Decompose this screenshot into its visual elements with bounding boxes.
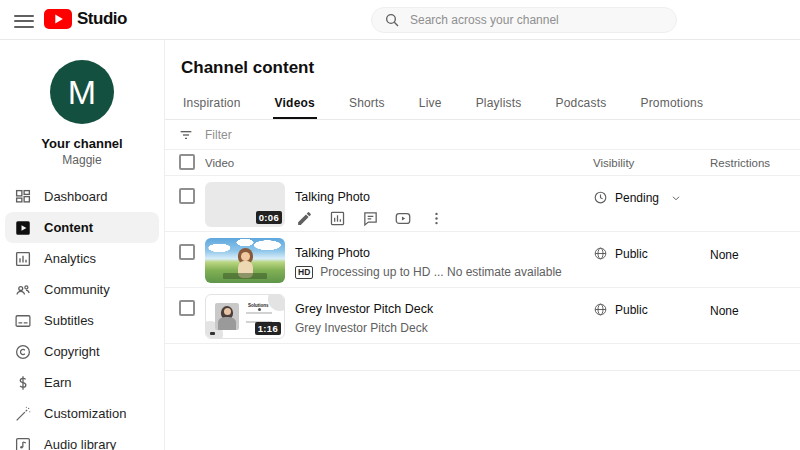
filter-icon[interactable] <box>178 127 194 143</box>
search-icon <box>384 12 400 28</box>
filter-bar <box>165 120 800 150</box>
thumbnail-art <box>241 252 250 261</box>
row-checkbox[interactable] <box>179 244 195 260</box>
sidebar-item-analytics[interactable]: Analytics <box>5 243 159 274</box>
table-row: Solutions 1:16 Grey Investor Pitch Deck … <box>165 288 800 344</box>
studio-logo[interactable]: Studio <box>44 9 127 29</box>
tab-podcasts[interactable]: Podcasts <box>553 92 608 119</box>
audio-library-icon <box>14 436 32 450</box>
visibility-cell[interactable]: Pending <box>593 190 682 205</box>
sidebar-item-content[interactable]: Content <box>5 212 159 243</box>
channel-block: M Your channel Maggie <box>0 40 164 181</box>
earn-icon <box>14 374 32 392</box>
tab-inspiration[interactable]: Inspiration <box>181 92 243 119</box>
tab-shorts[interactable]: Shorts <box>347 92 387 119</box>
copyright-icon <box>14 343 32 361</box>
tab-live[interactable]: Live <box>417 92 444 119</box>
hd-badge: HD <box>295 266 313 279</box>
table-row: 0:06 Talking Photo <box>165 176 800 232</box>
sidebar-item-label: Copyright <box>44 344 100 359</box>
chevron-down-icon[interactable] <box>670 192 682 204</box>
duration-badge: 1:16 <box>255 322 281 335</box>
content-tabs: Inspiration Videos Shorts Live Playlists… <box>165 92 800 120</box>
edit-pencil-icon[interactable] <box>295 209 313 227</box>
row-checkbox[interactable] <box>179 300 195 316</box>
sidebar-item-label: Audio library <box>44 437 116 450</box>
column-header-visibility[interactable]: Visibility <box>593 157 634 169</box>
visibility-cell[interactable]: Public <box>593 246 648 261</box>
sidebar-item-label: Content <box>44 220 93 235</box>
restrictions-cell: None <box>710 248 739 262</box>
table-header: Video Visibility Restrictions <box>165 150 800 176</box>
table-footer-strip <box>165 344 800 371</box>
visibility-cell[interactable]: Public <box>593 302 648 317</box>
column-header-restrictions[interactable]: Restrictions <box>710 157 770 169</box>
video-thumbnail[interactable]: 0:06 <box>205 182 285 227</box>
analytics-icon[interactable] <box>328 209 346 227</box>
processing-note: Processing up to HD ... No estimate avai… <box>320 265 561 279</box>
row-hover-actions <box>295 209 445 227</box>
visibility-value: Public <box>615 303 648 317</box>
sidebar-item-label: Dashboard <box>44 189 108 204</box>
analytics-icon <box>14 250 32 268</box>
tab-playlists[interactable]: Playlists <box>474 92 524 119</box>
video-thumbnail[interactable] <box>205 238 285 283</box>
video-title[interactable]: Talking Photo <box>295 246 370 260</box>
sidebar-item-community[interactable]: Community <box>5 274 159 305</box>
video-description: Grey Investor Pitch Deck <box>295 321 428 335</box>
community-icon <box>14 281 32 299</box>
sidebar-item-dashboard[interactable]: Dashboard <box>5 181 159 212</box>
comments-icon[interactable] <box>361 209 379 227</box>
page-title: Channel content <box>165 40 800 78</box>
hamburger-menu-icon[interactable] <box>14 11 34 29</box>
select-all-checkbox[interactable] <box>179 154 195 170</box>
filter-input[interactable] <box>205 124 505 146</box>
globe-icon <box>593 302 608 317</box>
video-thumbnail[interactable]: Solutions 1:16 <box>205 294 285 339</box>
clock-icon <box>593 190 608 205</box>
channel-search-bar[interactable] <box>371 7 677 33</box>
brand-text: Studio <box>77 9 127 29</box>
tab-promotions[interactable]: Promotions <box>638 92 705 119</box>
customization-icon <box>14 405 32 423</box>
sidebar-item-customization[interactable]: Customization <box>5 398 159 429</box>
channel-avatar[interactable]: M <box>50 60 114 124</box>
restrictions-cell: None <box>710 304 739 318</box>
duration-badge: 0:06 <box>256 211 282 224</box>
thumbnail-portrait <box>215 303 239 330</box>
youtube-studio-page: Studio M Your channel Maggie <box>0 0 800 450</box>
sidebar-item-label: Analytics <box>44 251 96 266</box>
channel-title: Your channel <box>0 136 164 152</box>
video-title[interactable]: Grey Investor Pitch Deck <box>295 302 433 316</box>
thumbnail-caption <box>223 273 267 279</box>
table-row: Talking Photo HD Processing up to HD ...… <box>165 232 800 288</box>
sidebar-item-label: Subtitles <box>44 313 94 328</box>
sidebar-item-copyright[interactable]: Copyright <box>5 336 159 367</box>
sidebar-item-label: Community <box>44 282 110 297</box>
search-input[interactable] <box>410 13 664 27</box>
sidebar-menu: Dashboard Content Analytics <box>0 181 164 450</box>
watch-on-youtube-icon[interactable] <box>394 209 412 227</box>
sidebar-item-audio-library[interactable]: Audio library <box>5 429 159 450</box>
kebab-menu-icon[interactable] <box>427 209 445 227</box>
globe-icon <box>593 246 608 261</box>
dashboard-icon <box>14 188 32 206</box>
video-title[interactable]: Talking Photo <box>295 190 370 204</box>
sidebar-item-label: Customization <box>44 406 126 421</box>
tab-videos[interactable]: Videos <box>273 92 317 119</box>
visibility-value: Public <box>615 247 648 261</box>
thumbnail-art <box>246 312 272 314</box>
column-header-video[interactable]: Video <box>205 157 234 169</box>
channel-owner-name: Maggie <box>0 152 164 168</box>
thumbnail-art <box>258 308 261 311</box>
youtube-play-icon <box>44 9 72 29</box>
visibility-value: Pending <box>615 191 659 205</box>
subtitles-icon <box>14 312 32 330</box>
sidebar: M Your channel Maggie Dashboard Conten <box>0 40 165 450</box>
top-bar: Studio <box>0 0 800 40</box>
row-checkbox[interactable] <box>179 188 195 204</box>
sidebar-item-earn[interactable]: Earn <box>5 367 159 398</box>
sidebar-item-subtitles[interactable]: Subtitles <box>5 305 159 336</box>
sidebar-item-label: Earn <box>44 375 71 390</box>
main-content: Channel content Inspiration Videos Short… <box>165 40 800 450</box>
